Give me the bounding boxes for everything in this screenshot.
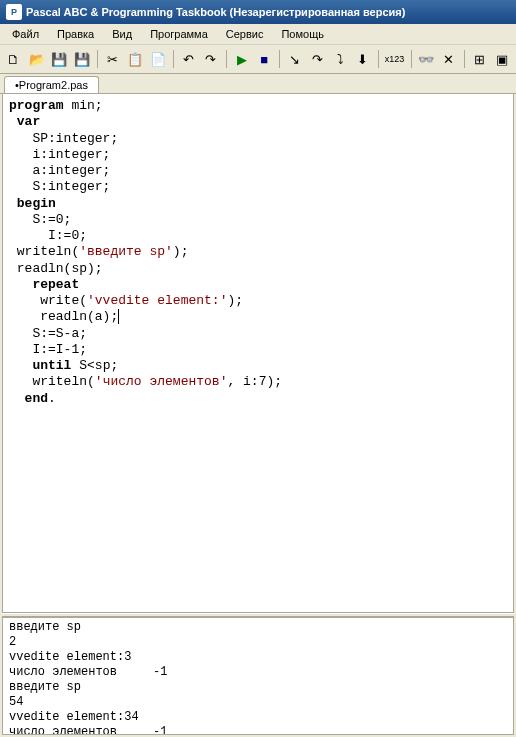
menu-program[interactable]: Программа bbox=[142, 26, 216, 42]
kw-var: var bbox=[17, 114, 40, 129]
cancel-icon[interactable]: ✕ bbox=[439, 48, 459, 70]
save-all-icon[interactable]: 💾 bbox=[72, 48, 92, 70]
var-s: S:integer; bbox=[9, 179, 110, 194]
var-a: a:integer; bbox=[9, 163, 110, 178]
kw-program: program bbox=[9, 98, 64, 113]
open-file-icon[interactable]: 📂 bbox=[27, 48, 47, 70]
until-cond: S<sp; bbox=[71, 358, 118, 373]
str2: 'vvedite element:' bbox=[87, 293, 227, 308]
output-panel[interactable]: введите sp 2 vvedite element:3 число эле… bbox=[2, 617, 514, 735]
window-icon[interactable]: ⊞ bbox=[470, 48, 490, 70]
paste-icon[interactable]: 📄 bbox=[148, 48, 168, 70]
menubar: Файл Правка Вид Программа Сервис Помощь bbox=[0, 24, 516, 45]
undo-icon[interactable]: ↶ bbox=[178, 48, 198, 70]
stop-icon[interactable]: ■ bbox=[254, 48, 274, 70]
tab-program2[interactable]: •Program2.pas bbox=[4, 76, 99, 93]
save-icon[interactable]: 💾 bbox=[49, 48, 69, 70]
line-i-dec: I:=I-1; bbox=[9, 342, 87, 357]
line-readln-a: readln(a); bbox=[9, 309, 118, 324]
end-dot: . bbox=[48, 391, 56, 406]
line-writeln2a: writeln( bbox=[9, 374, 95, 389]
copy-icon[interactable]: 📋 bbox=[125, 48, 145, 70]
separator bbox=[97, 50, 98, 68]
line-writeln2b: , i:7); bbox=[227, 374, 282, 389]
var-i: i:integer; bbox=[9, 147, 110, 162]
trace-icon[interactable]: ⤵ bbox=[330, 48, 350, 70]
toolbar: 🗋 📂 💾 💾 ✂ 📋 📄 ↶ ↷ ▶ ■ ↘ ↷ ⤵ ⬇ x123 👓 ✕ ⊞… bbox=[0, 45, 516, 74]
line-s0: S:=0; bbox=[9, 212, 71, 227]
menu-view[interactable]: Вид bbox=[104, 26, 140, 42]
line-write-a: write( bbox=[9, 293, 87, 308]
menu-file[interactable]: Файл bbox=[4, 26, 47, 42]
line-writeln1a: writeln( bbox=[9, 244, 79, 259]
separator bbox=[464, 50, 465, 68]
menu-edit[interactable]: Правка bbox=[49, 26, 102, 42]
x123-button[interactable]: x123 bbox=[384, 48, 406, 70]
app-icon: P bbox=[6, 4, 22, 20]
glasses-icon[interactable]: 👓 bbox=[416, 48, 436, 70]
prog-name: min; bbox=[64, 98, 103, 113]
redo-icon[interactable]: ↷ bbox=[201, 48, 221, 70]
new-file-icon[interactable]: 🗋 bbox=[4, 48, 24, 70]
str1: 'введите sp' bbox=[79, 244, 173, 259]
var-sp: SP:integer; bbox=[9, 131, 118, 146]
kw-repeat: repeat bbox=[9, 277, 79, 292]
line-i0: I:=0; bbox=[9, 228, 87, 243]
step-over-icon[interactable]: ↷ bbox=[308, 48, 328, 70]
line-readln-sp: readln(sp); bbox=[9, 261, 103, 276]
line-s-sub: S:=S-a; bbox=[9, 326, 87, 341]
separator bbox=[411, 50, 412, 68]
kw-end: end bbox=[9, 391, 48, 406]
output-icon[interactable]: ▣ bbox=[492, 48, 512, 70]
step-into-icon[interactable]: ↘ bbox=[285, 48, 305, 70]
line-write-b: ); bbox=[227, 293, 243, 308]
code-editor[interactable]: program min; var SP:integer; i:integer; … bbox=[2, 94, 514, 613]
separator bbox=[279, 50, 280, 68]
cut-icon[interactable]: ✂ bbox=[103, 48, 123, 70]
separator bbox=[378, 50, 379, 68]
breakpoint-icon[interactable]: ⬇ bbox=[353, 48, 373, 70]
str3: 'число элементов' bbox=[95, 374, 228, 389]
text-cursor bbox=[118, 309, 119, 324]
tab-bar: •Program2.pas bbox=[0, 74, 516, 94]
separator bbox=[226, 50, 227, 68]
run-icon[interactable]: ▶ bbox=[232, 48, 252, 70]
titlebar: P Pascal ABC & Programming Taskbook (Нез… bbox=[0, 0, 516, 24]
kw-begin: begin bbox=[17, 196, 56, 211]
window-title: Pascal ABC & Programming Taskbook (Незар… bbox=[26, 6, 405, 18]
line-writeln1b: ); bbox=[173, 244, 189, 259]
menu-help[interactable]: Помощь bbox=[273, 26, 332, 42]
menu-service[interactable]: Сервис bbox=[218, 26, 272, 42]
separator bbox=[173, 50, 174, 68]
kw-until: until bbox=[9, 358, 71, 373]
